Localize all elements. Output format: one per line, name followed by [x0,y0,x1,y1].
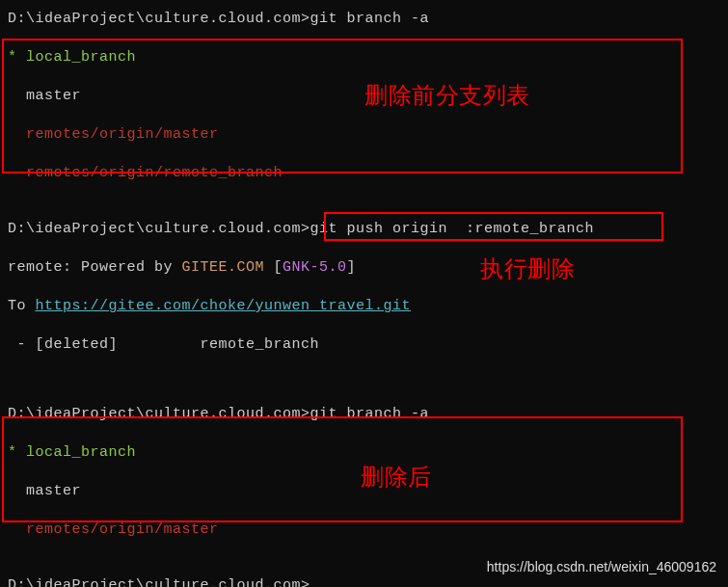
current-branch: * local_branch [8,46,728,69]
remote-branch-2: remotes/origin/remote_branch [8,162,728,185]
gnk-version: GNK-5.0 [283,259,347,276]
terminal-line: D:\ideaProject\culture.cloud.com>git pus… [8,218,728,241]
git-command: git push origin :remote_branch [310,221,595,237]
terminal-line: D:\ideaProject\culture.cloud.com>git bra… [8,403,728,426]
bracket-close: ] [347,259,357,276]
prompt-path: D:\ideaProject\culture.cloud.com> [8,406,310,422]
repo-url[interactable]: https://gitee.com/choke/yunwen_travel.gi… [36,298,412,314]
remote-branch-1: remotes/origin/master [8,519,728,542]
to-prefix: To [8,298,36,314]
remote-output: remote: Powered by GITEE.COM [GNK-5.0] [8,256,728,280]
remote-prefix: remote: Powered by [8,259,182,276]
prompt-path: D:\ideaProject\culture.cloud.com> [8,577,310,587]
deleted-line: - [deleted] remote_branch [8,334,728,357]
gitee-label: GITEE.COM [182,259,265,276]
current-branch: * local_branch [8,441,728,465]
branch-master: master [8,480,728,503]
watermark: https://blog.csdn.net/weixin_46009162 [487,556,716,577]
branch-master: master [8,85,728,108]
terminal-line: D:\ideaProject\culture.cloud.com>git bra… [8,8,728,31]
git-command: git branch -a [310,406,430,422]
prompt-path: D:\ideaProject\culture.cloud.com> [8,221,310,237]
bracket-open: [ [264,259,283,276]
prompt-path: D:\ideaProject\culture.cloud.com> [8,11,310,27]
remote-branch-1: remotes/origin/master [8,123,728,147]
git-command: git branch -a [310,11,430,27]
to-line: To https://gitee.com/choke/yunwen_travel… [8,295,728,318]
